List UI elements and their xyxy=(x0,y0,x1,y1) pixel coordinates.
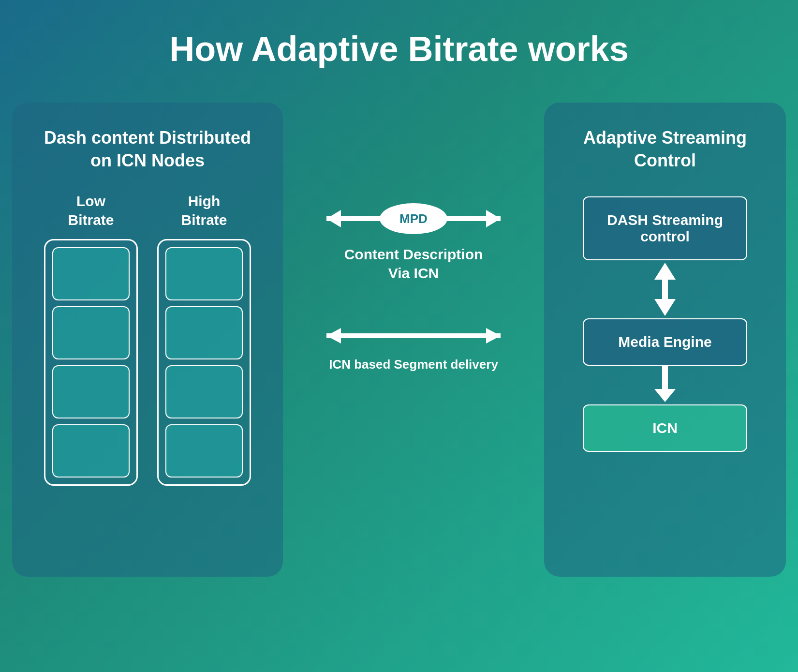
right-components-stack: DASH Streaming control Media Engine xyxy=(583,196,747,452)
dash-streaming-box: DASH Streaming control xyxy=(583,196,747,260)
bitrate-columns: LowBitrate HighBitrate xyxy=(36,192,259,486)
svg-marker-10 xyxy=(654,299,676,316)
svg-text:MPD: MPD xyxy=(399,211,428,226)
page-title: How Adaptive Bitrate works xyxy=(169,29,629,69)
low-bitrate-stack xyxy=(44,239,138,486)
high-thumbnail-3 xyxy=(165,365,243,418)
high-bitrate-column: HighBitrate xyxy=(157,192,251,486)
low-thumbnail-4 xyxy=(52,424,130,478)
mpd-arrow-group: MPD Content DescriptionVia ICN xyxy=(312,199,515,283)
high-bitrate-stack xyxy=(157,239,251,486)
svg-marker-8 xyxy=(654,263,676,280)
mpd-double-arrow: MPD xyxy=(312,199,515,238)
low-bitrate-label: LowBitrate xyxy=(68,192,114,229)
content-desc-label: Content DescriptionVia ICN xyxy=(344,245,483,283)
high-bitrate-label: HighBitrate xyxy=(181,192,227,229)
left-panel: Dash content Distributed on ICN Nodes Lo… xyxy=(12,103,283,577)
right-panel-title: Adaptive StreamingControl xyxy=(583,127,747,172)
diagram-layout: Dash content Distributed on ICN Nodes Lo… xyxy=(12,103,786,577)
svg-rect-11 xyxy=(662,366,668,391)
svg-rect-9 xyxy=(662,279,668,300)
icn-arrow-group: ICN based Segment delivery xyxy=(312,321,515,372)
svg-marker-1 xyxy=(326,210,341,227)
high-thumbnail-4 xyxy=(165,424,243,478)
bidirectional-vertical-arrow xyxy=(650,260,680,318)
svg-marker-2 xyxy=(486,210,501,227)
high-thumbnail-2 xyxy=(165,306,243,359)
icn-double-arrow xyxy=(312,321,515,350)
svg-marker-12 xyxy=(654,389,676,402)
left-panel-title: Dash content Distributed on ICN Nodes xyxy=(36,127,259,172)
low-thumbnail-3 xyxy=(52,365,130,418)
low-bitrate-column: LowBitrate xyxy=(44,192,138,486)
down-arrow xyxy=(650,366,680,404)
media-engine-box: Media Engine xyxy=(583,318,747,366)
icn-box: ICN xyxy=(583,404,747,452)
right-panel: Adaptive StreamingControl DASH Streaming… xyxy=(544,103,786,577)
svg-marker-7 xyxy=(486,328,501,343)
middle-section: MPD Content DescriptionVia ICN ICN based… xyxy=(312,103,515,372)
low-thumbnail-1 xyxy=(52,247,130,300)
low-thumbnail-2 xyxy=(52,306,130,359)
high-thumbnail-1 xyxy=(165,247,243,300)
icn-segment-label: ICN based Segment delivery xyxy=(329,357,498,372)
svg-marker-6 xyxy=(326,328,341,343)
